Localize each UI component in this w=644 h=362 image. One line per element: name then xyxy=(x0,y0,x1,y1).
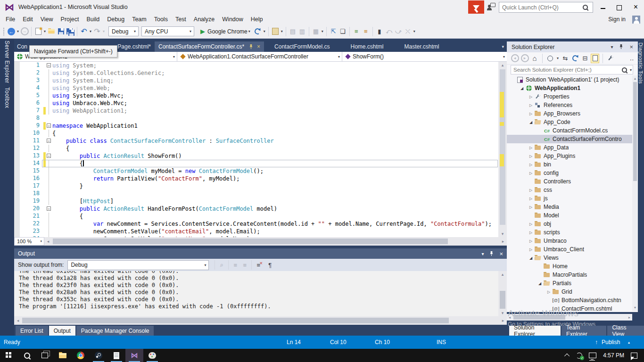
menu-tools[interactable]: Tools xyxy=(150,15,172,24)
code-line[interactable]: 8 xyxy=(14,115,498,122)
glyph-margin[interactable] xyxy=(14,62,20,69)
tree-item[interactable]: Model xyxy=(507,211,632,220)
menu-analyze[interactable]: Analyze xyxy=(190,15,218,24)
close-icon[interactable]: × xyxy=(499,250,503,257)
glyph-margin[interactable] xyxy=(14,160,20,167)
redo-dropdown[interactable]: ▾ xyxy=(102,29,106,33)
code-line[interactable]: 7using WebApplication1; xyxy=(14,107,498,115)
sync-with-active-document-icon[interactable]: ⇆ xyxy=(561,54,570,63)
send-feedback-icon[interactable] xyxy=(487,3,495,11)
tree-item[interactable]: [@]BottomNavigation.cshtn xyxy=(507,296,632,304)
code-line[interactable]: 16 return PartialView("ContactForm", myM… xyxy=(14,175,498,182)
new-file-dropdown[interactable]: ▾ xyxy=(43,29,47,33)
folding-margin[interactable] xyxy=(46,130,52,137)
glyph-margin[interactable] xyxy=(14,175,20,182)
publish-dropdown-icon[interactable]: ▴ xyxy=(628,340,630,345)
code-line[interactable]: 13− public ActionResult ShowForm() xyxy=(14,152,498,160)
menu-view[interactable]: View xyxy=(37,15,57,24)
tree-item[interactable]: ▷scripts xyxy=(507,228,632,237)
glyph-margin[interactable] xyxy=(14,197,20,205)
folding-margin[interactable] xyxy=(46,228,52,235)
glyph-margin[interactable] xyxy=(14,99,20,107)
code-line[interactable]: 12 { xyxy=(14,145,498,152)
glyph-margin[interactable] xyxy=(14,228,20,235)
tree-collapsed-icon[interactable]: ▷ xyxy=(528,154,534,158)
clock[interactable]: 4:57 PM xyxy=(603,352,624,359)
menu-window[interactable]: Window xyxy=(218,15,247,24)
glyph-margin[interactable] xyxy=(14,84,20,92)
editor-zoom-combo[interactable]: 100 % ▾ xyxy=(14,237,44,246)
glyph-margin[interactable] xyxy=(14,115,20,122)
tree-item[interactable]: ◢Views xyxy=(507,254,632,262)
taskbar-search-button[interactable] xyxy=(18,349,36,362)
panel-tab-output[interactable]: Output xyxy=(49,326,75,336)
glyph-margin[interactable] xyxy=(14,182,20,190)
tree-item[interactable]: ▷Media xyxy=(507,203,632,211)
tree-collapsed-icon[interactable]: ▷ xyxy=(528,188,534,192)
browser-dropdown[interactable]: ▾ xyxy=(248,29,251,33)
navigate-back-dropdown[interactable]: ▾ xyxy=(16,29,20,33)
scroll-up-icon[interactable]: ▴ xyxy=(498,62,507,68)
fold-collapse-icon[interactable]: − xyxy=(47,206,51,211)
scroll-down-icon[interactable]: ▾ xyxy=(632,304,638,311)
pending-changes-filter-icon[interactable] xyxy=(546,54,554,63)
glyph-margin[interactable] xyxy=(14,220,20,228)
code-line[interactable]: 23 newComment.SetValue("contactEmail", m… xyxy=(14,228,498,235)
open-file-button[interactable] xyxy=(47,26,56,37)
home-icon[interactable]: ⌂ xyxy=(530,54,539,63)
code-line[interactable]: 18 xyxy=(14,190,498,197)
fold-collapse-icon[interactable]: − xyxy=(47,63,51,67)
quick-launch-input[interactable] xyxy=(499,4,583,11)
quick-launch-box[interactable] xyxy=(499,2,593,13)
save-button[interactable] xyxy=(56,26,66,37)
panel-tab-error-list[interactable]: Error List xyxy=(16,326,48,336)
folding-margin[interactable] xyxy=(46,160,52,167)
next-bookmark-icon[interactable]: ⤻ xyxy=(394,26,403,37)
scroll-up-icon[interactable]: ▴ xyxy=(498,271,507,278)
folding-margin[interactable] xyxy=(46,145,52,152)
tree-item[interactable]: Solution 'WebApplication1' (1 project) xyxy=(507,75,632,84)
code-line[interactable]: 20− public ActionResult HandleFormPost(C… xyxy=(14,205,498,213)
output-console[interactable]: The thread 0x100c has exited with code 0… xyxy=(14,271,498,316)
code-line[interactable]: 14 { xyxy=(14,160,498,167)
decrease-indent-icon[interactable]: ≡ xyxy=(352,26,361,37)
start-button[interactable] xyxy=(0,349,18,362)
code-line[interactable]: 1−using System; xyxy=(14,62,498,69)
menu-help[interactable]: Help xyxy=(247,15,267,24)
tree-collapsed-icon[interactable]: ▷ xyxy=(528,95,534,99)
code-line[interactable]: 22 var newComment = Services.ContentServ… xyxy=(14,220,498,228)
refresh-dropdown[interactable]: ▾ xyxy=(263,29,266,33)
folding-margin[interactable] xyxy=(46,99,52,107)
prev-bookmark-icon[interactable]: ⤺ xyxy=(384,26,394,37)
tree-collapsed-icon[interactable]: ▷ xyxy=(528,247,534,252)
glyph-margin[interactable] xyxy=(14,190,20,197)
toolbar-overflow[interactable]: ▾ xyxy=(280,29,284,33)
code-line[interactable]: 10{ xyxy=(14,130,498,137)
folding-margin[interactable]: − xyxy=(46,62,52,69)
redo-button[interactable]: ↷ xyxy=(92,26,102,37)
solution-configuration-combo[interactable]: Debug▾ xyxy=(108,26,139,36)
pin-icon[interactable] xyxy=(249,44,253,49)
tab-list-dropdown[interactable]: ▾ xyxy=(502,44,507,49)
folding-margin[interactable]: − xyxy=(46,205,52,213)
scroll-left-icon[interactable]: ◂ xyxy=(44,239,52,244)
folding-margin[interactable] xyxy=(46,190,52,197)
tree-expanded-icon[interactable]: ◢ xyxy=(528,256,534,260)
forward-button[interactable]: ▸ xyxy=(520,54,529,63)
document-tab[interactable]: ContactFormModel.cs xyxy=(264,41,340,52)
glyph-margin[interactable] xyxy=(14,152,20,160)
find-in-files-button[interactable] xyxy=(271,26,280,37)
solution-explorer-vertical-scrollbar[interactable]: ▴ ▾ xyxy=(632,75,638,311)
tree-item[interactable]: ▷App_Data xyxy=(507,143,632,152)
folding-margin[interactable] xyxy=(46,69,52,77)
tree-collapsed-icon[interactable]: ▷ xyxy=(528,197,534,201)
code-line[interactable]: 21 { xyxy=(14,213,498,220)
menu-test[interactable]: Test xyxy=(172,15,190,24)
scroll-left-icon[interactable]: ◂ xyxy=(507,315,512,320)
search-input[interactable] xyxy=(511,67,622,73)
glyph-margin[interactable] xyxy=(14,137,20,145)
solution-platform-combo[interactable]: Any CPU▾ xyxy=(141,26,194,36)
editor-horizontal-scrollbar[interactable]: ◂ ▸ xyxy=(44,237,507,246)
folding-margin[interactable] xyxy=(46,197,52,205)
chrome-button[interactable] xyxy=(72,349,90,362)
